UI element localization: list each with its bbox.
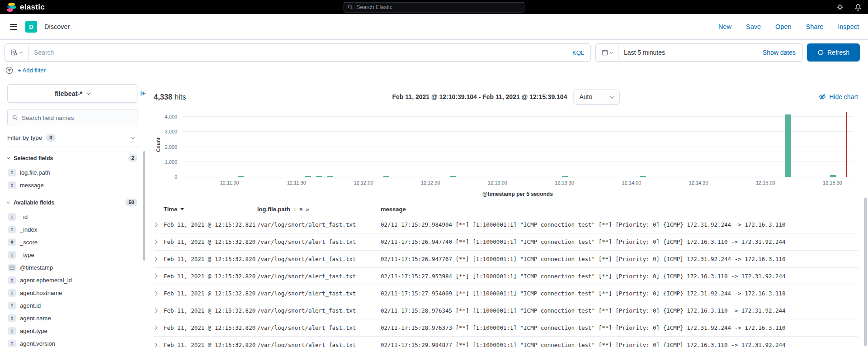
expand-row-icon[interactable] [153,240,158,244]
share-button[interactable]: Share [806,23,824,30]
field-item[interactable]: t_id [7,210,137,223]
open-button[interactable]: Open [775,23,791,30]
new-button[interactable]: New [718,23,731,30]
message-column-header: message [381,206,858,213]
time-range-value[interactable]: Last 5 minutes [618,49,670,56]
path-cell: /var/log/snort/alert_fast.txt [257,307,381,314]
menu-icon[interactable] [9,22,18,32]
search-input[interactable] [28,49,566,56]
selected-fields-count-badge: 2 [128,154,137,162]
remove-column-icon[interactable]: × [299,206,303,213]
page-scrollbar[interactable] [864,198,867,346]
field-search-input[interactable] [22,114,132,121]
table-row: Feb 11, 2021 @ 12:15:32.820/var/log/snor… [154,268,858,285]
message-cell: 02/11-17:15:29.984877 [**] [1:1000001:1]… [381,342,858,347]
expand-row-icon[interactable] [153,343,158,347]
histogram-bar [640,176,646,177]
gridline [183,116,853,117]
inspect-button[interactable]: Inspect [838,23,859,30]
save-button[interactable]: Save [746,23,761,30]
saved-query-menu-button[interactable] [5,44,28,61]
field-item[interactable]: tagent.name [7,312,137,324]
string-field-icon: t [8,314,16,322]
field-item[interactable]: @timestamp [7,261,137,274]
chevron-down-icon [7,200,10,204]
field-item[interactable]: t_type [7,248,137,261]
field-item[interactable]: t_index [7,223,137,236]
table-row: Feb 11, 2021 @ 12:15:32.820/var/log/snor… [154,337,858,347]
search-icon [348,5,353,10]
chevron-down-icon [609,50,613,53]
field-name: agent.name [20,315,51,322]
global-search-input[interactable] [356,4,520,10]
chevron-down-icon [19,50,23,53]
field-item[interactable]: tagent.ephemeral_id [7,274,137,286]
field-item[interactable]: tagent.type [7,324,137,337]
path-column-header: log.file.path [257,206,290,213]
number-field-icon: # [8,238,16,246]
sidebar-scrollbar[interactable] [143,151,145,261]
expand-row-icon[interactable] [153,274,158,279]
time-column-header[interactable]: Time [164,206,177,213]
show-dates-button[interactable]: Show dates [756,49,802,56]
selected-fields-label: Selected fields [14,155,53,162]
interval-value: Auto [579,93,592,100]
field-item[interactable]: tagent.id [7,299,137,312]
index-pattern-select[interactable]: filebeat-* [7,84,137,103]
move-column-right-icon[interactable]: » [306,206,309,213]
field-item[interactable]: #_score [7,236,137,248]
expand-row-icon[interactable] [153,326,158,330]
field-name: agent.hostname [20,290,62,296]
collapse-sidebar-button[interactable] [140,90,147,97]
field-name: _index [20,226,37,233]
breadcrumb: Discover [44,23,70,30]
expand-row-icon[interactable] [153,257,158,261]
expand-row-icon[interactable] [153,223,158,227]
query-language-button[interactable]: KQL [566,49,590,56]
refresh-button[interactable]: Refresh [807,43,860,62]
logo-text: elastic [20,3,45,12]
search-icon [12,115,18,121]
message-cell: 02/11-17:15:27.953984 [**] [1:1000001:1]… [381,273,858,280]
field-item[interactable]: tagent.hostname [7,286,137,299]
sort-descending-icon[interactable] [180,208,184,210]
message-cell: 02/11-17:15:27.954009 [**] [1:1000001:1]… [381,290,858,297]
chart-time-range: Feb 11, 2021 @ 12:10:39.104 - Feb 11, 20… [392,93,567,100]
message-cell: 02/11-17:15:28.976373 [**] [1:1000001:1]… [381,324,858,331]
alerts-icon[interactable] [854,4,862,11]
field-name: agent.version [20,340,55,347]
filter-bar: + Add filter [0,65,868,78]
histogram-bar [316,176,322,177]
string-field-icon: t [8,340,16,347]
field-name: message [20,182,44,189]
histogram-bar [383,176,389,177]
selected-fields-header[interactable]: Selected fields 2 [7,154,137,162]
filter-options-icon[interactable] [5,67,13,74]
expand-row-icon[interactable] [153,291,158,296]
hide-chart-button[interactable]: Hide chart [819,93,858,100]
eye-slash-icon [819,93,826,100]
global-search[interactable] [344,2,524,12]
field-item[interactable]: tmessage [7,179,137,191]
field-search[interactable] [7,109,137,126]
field-name: agent.type [20,328,47,334]
date-picker-calendar-button[interactable] [596,44,618,61]
query-input-wrapper: KQL [5,43,591,62]
histogram-bar [450,176,456,177]
field-item[interactable]: tlog.file.path [7,166,137,179]
filter-by-type-button[interactable]: Filter by type 0 [7,129,137,147]
add-filter-button[interactable]: + Add filter [18,67,46,74]
expand-row-icon[interactable] [153,309,158,313]
filter-by-type-count-badge: 0 [46,134,55,142]
field-name: _id [20,214,28,220]
settings-icon[interactable] [836,4,844,11]
string-field-icon: t [8,302,16,309]
available-fields-header[interactable]: Available fields 50 [7,199,137,206]
table-row: Feb 11, 2021 @ 12:15:32.820/var/log/snor… [154,319,858,337]
y-tick-label: 0 [151,174,177,180]
sidebar-gutter [137,84,154,347]
time-cell: Feb 11, 2021 @ 12:15:32.820 [164,307,257,314]
sort-column-icon[interactable]: ↕ [293,206,296,213]
field-item[interactable]: tagent.version [7,337,137,347]
interval-select[interactable]: Auto [573,90,619,105]
